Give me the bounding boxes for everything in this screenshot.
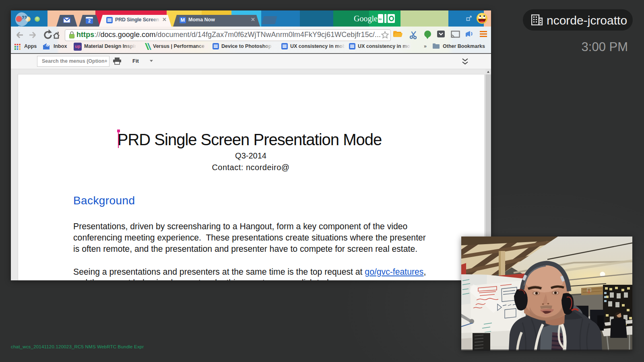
svg-text:”: ” xyxy=(21,12,27,26)
